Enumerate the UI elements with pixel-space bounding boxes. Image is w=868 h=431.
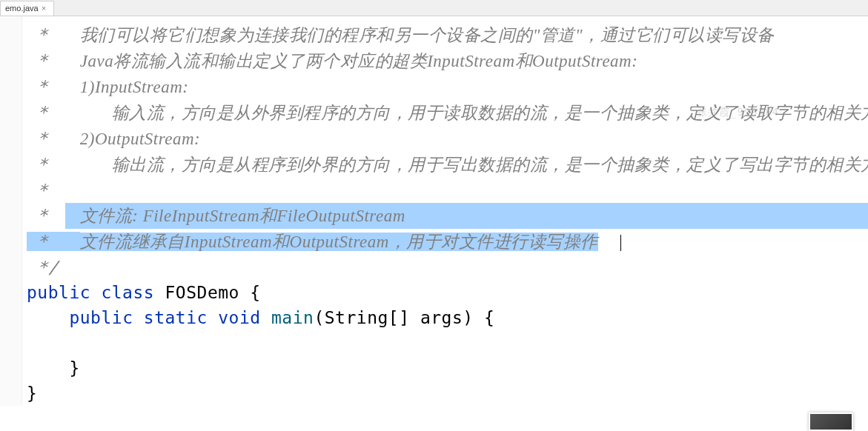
tab-bar: emo.java × <box>0 0 868 16</box>
code-line: */ <box>27 255 868 280</box>
code-line: * 输入流，方向是从外界到程序的方向，用于读取数据的流，是一个抽象类，定义了读取… <box>27 100 868 126</box>
code-line: public static void main(String[] args) { <box>27 305 868 330</box>
code-line: * 输出流，方向是从程序到外界的方向，用于写出数据的流，是一个抽象类，定义了写出… <box>27 152 868 178</box>
selected-text: 文件流继承自InputStream和OutputStream，用于对文件进行读写… <box>80 233 598 251</box>
video-thumbnail[interactable] <box>809 412 853 431</box>
code-line: * Java将流输入流和输出定义了两个对应的超类InputStream和Outp… <box>27 48 868 74</box>
code-editor[interactable]: 张井霞_999784 * 我们可以将它们想象为连接我们的程序和另一个设备之间的"… <box>0 16 868 406</box>
text-cursor <box>620 235 621 251</box>
gutter <box>0 16 22 406</box>
code-line: } <box>27 381 868 406</box>
code-line: * <box>27 178 868 203</box>
code-line: * 我们可以将它们想象为连接我们的程序和另一个设备之间的"管道"，通过它们可以读… <box>27 22 868 48</box>
code-line: public class FOSDemo { <box>27 280 868 305</box>
code-line: * 1)InputStream: <box>27 74 868 100</box>
selected-text: 文件流: FileInputStream和FileOutputStream <box>80 207 405 225</box>
code-line: * 2)OutputStream: <box>27 126 868 152</box>
code-line <box>27 330 868 355</box>
code-line-highlighted: * 文件流: FileInputStream和FileOutputStream <box>27 203 868 229</box>
close-icon[interactable]: × <box>42 4 46 13</box>
tab-filename: emo.java <box>5 4 39 13</box>
file-tab[interactable]: emo.java × <box>0 1 54 16</box>
code-line-highlighted: * 文件流继承自InputStream和OutputStream，用于对文件进行… <box>27 229 868 255</box>
code-line: } <box>27 355 868 381</box>
